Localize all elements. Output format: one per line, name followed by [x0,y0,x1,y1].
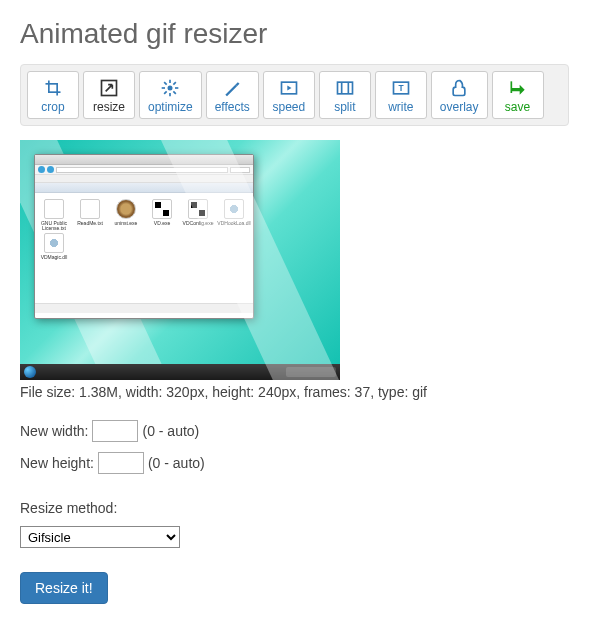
svg-rect-0 [48,81,50,94]
save-icon [508,78,528,98]
preview-taskbar [20,364,340,380]
split-icon [335,78,355,98]
preview-window: GNU Public License.txt ReadMe.txt uninst… [34,154,254,319]
svg-rect-2 [56,83,58,96]
optimize-icon [160,78,180,98]
save-button[interactable]: save [492,71,544,119]
speed-icon [279,78,299,98]
svg-line-12 [165,91,168,94]
new-width-hint: (0 - auto) [142,423,199,439]
overlay-button[interactable]: overlay [431,71,488,119]
tool-label: split [334,100,355,114]
new-height-label: New height: [20,455,94,471]
file-info: File size: 1.38M, width: 320px, height: … [20,384,569,400]
resize-button[interactable]: resize [83,71,135,119]
svg-rect-1 [46,83,59,85]
speed-button[interactable]: speed [263,71,315,119]
overlay-icon [449,78,469,98]
new-height-hint: (0 - auto) [148,455,205,471]
split-button[interactable]: split [319,71,371,119]
svg-rect-21 [510,81,512,93]
svg-rect-3 [48,91,61,93]
gif-preview: GNU Public License.txt ReadMe.txt uninst… [20,140,340,380]
effects-icon [222,78,242,98]
method-row: Resize method: [20,500,569,516]
page-title: Animated gif resizer [20,18,569,50]
tool-label: resize [93,100,125,114]
svg-marker-15 [287,86,291,91]
tool-label: effects [215,100,250,114]
new-height-input[interactable] [98,452,144,474]
svg-text:T: T [398,83,403,93]
toolbar: crop resize optimize effects speed split… [20,64,569,126]
new-height-row: New height: (0 - auto) [20,452,569,474]
tool-label: speed [272,100,305,114]
resize-icon [99,78,119,98]
write-button[interactable]: T write [375,71,427,119]
optimize-button[interactable]: optimize [139,71,202,119]
resize-submit-button[interactable]: Resize it! [20,572,108,604]
new-width-row: New width: (0 - auto) [20,420,569,442]
tool-label: save [505,100,530,114]
tool-label: overlay [440,100,479,114]
new-width-label: New width: [20,423,88,439]
method-label: Resize method: [20,500,117,516]
tool-label: optimize [148,100,193,114]
resize-method-select[interactable]: Gifsicle [20,526,180,548]
crop-icon [43,78,63,98]
svg-line-13 [174,82,177,85]
svg-line-11 [174,91,177,94]
write-icon: T [391,78,411,98]
svg-rect-16 [337,82,352,94]
effects-button[interactable]: effects [206,71,259,119]
tool-label: write [388,100,413,114]
svg-line-10 [165,82,168,85]
svg-point-5 [168,86,173,91]
tool-label: crop [41,100,64,114]
crop-button[interactable]: crop [27,71,79,119]
new-width-input[interactable] [92,420,138,442]
